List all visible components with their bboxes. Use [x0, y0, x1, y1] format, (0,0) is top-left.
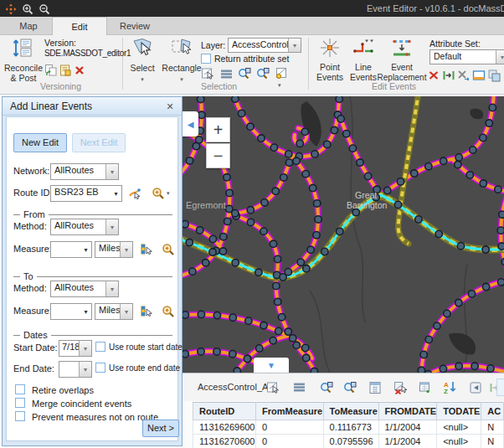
cell[interactable]: <null> — [437, 435, 481, 448]
route-zoom-caret-icon[interactable]: ▾ — [167, 190, 170, 197]
delete-event-icon[interactable] — [426, 68, 441, 83]
col-access[interactable]: AC — [481, 403, 504, 420]
attribute-set-combo[interactable]: Default ▾ — [429, 49, 504, 64]
start-date-combo[interactable]: 7/18/ ▾ — [59, 340, 92, 357]
pan-icon[interactable] — [4, 3, 17, 15]
cell[interactable]: 0 — [256, 435, 323, 448]
to-unit-caret-icon[interactable]: ▾ — [120, 304, 132, 319]
close-icon[interactable]: ✕ — [165, 101, 175, 111]
to-measure-pick-icon[interactable] — [139, 304, 154, 319]
to-measure-zoom-icon[interactable] — [161, 304, 176, 319]
route-id-combo[interactable]: BSR23 EB ▾ — [50, 185, 122, 202]
route-id-caret-icon[interactable]: ▾ — [111, 186, 121, 201]
route-zoom-icon[interactable] — [151, 186, 166, 201]
from-unit-caret-icon[interactable]: ▾ — [120, 242, 132, 257]
from-method-combo[interactable]: AllRoutes ▾ — [50, 219, 119, 235]
table-clear-selection-icon[interactable] — [392, 379, 408, 395]
map-zoom-in-button[interactable]: + — [206, 117, 230, 142]
pan-to-selected-icon[interactable] — [255, 66, 270, 81]
map-zoom-out-button[interactable]: − — [206, 143, 230, 168]
line-events-button[interactable]: Line Events — [347, 37, 380, 82]
new-version-icon[interactable] — [58, 63, 73, 78]
col-routeid[interactable]: RouteID — [193, 403, 256, 420]
cell[interactable]: N — [481, 435, 504, 448]
next-button[interactable]: Next > — [142, 420, 179, 437]
zoom-to-selected-icon[interactable] — [237, 66, 252, 81]
rectangle-button[interactable]: Rectangle ▾ — [161, 37, 203, 85]
from-measure-combo[interactable]: ▾ — [50, 241, 92, 258]
from-unit-combo[interactable]: Miles ▾ — [95, 241, 133, 258]
reconcile-icon[interactable] — [44, 63, 59, 78]
cell[interactable]: N — [481, 420, 504, 435]
from-measure-caret-icon[interactable]: ▾ — [80, 242, 91, 257]
col-tomeasure[interactable]: ToMeasure — [323, 403, 378, 420]
event-replacement-button[interactable]: Event Replacement — [377, 37, 427, 83]
table-identify-icon[interactable] — [467, 379, 483, 395]
table-select-features-icon[interactable] — [265, 379, 280, 395]
selection-list-icon[interactable] — [219, 66, 234, 81]
reconcile-post-button[interactable]: Reconcile & Post — [3, 37, 44, 83]
table-row[interactable]: 11316270600 0 0.0795596 1/1/2004 <null> … — [193, 435, 504, 448]
table-zoom-to-selection-icon[interactable] — [318, 379, 334, 395]
network-caret-icon[interactable]: ▾ — [105, 164, 118, 179]
start-date-caret-icon[interactable]: ▾ — [79, 341, 91, 356]
select-tool-options-icon[interactable] — [274, 66, 289, 81]
save-button[interactable]: S — [496, 378, 504, 396]
to-method-combo[interactable]: AllRoutes ▾ — [50, 281, 119, 297]
table-sort-icon[interactable]: AZ — [442, 379, 458, 395]
col-fromdate[interactable]: FROMDATE — [378, 403, 437, 420]
retire-overlaps-checkbox[interactable] — [15, 384, 25, 394]
layer-combo-caret-icon[interactable]: ▾ — [288, 39, 301, 52]
to-measure-combo[interactable]: ▾ — [50, 303, 92, 320]
col-todate[interactable]: TODATE — [437, 403, 481, 420]
point-events-button[interactable]: Point Events — [313, 37, 347, 82]
map-canvas[interactable]: Egremont Great Barrington ◀ + − ▼ — [183, 96, 504, 373]
table-add-record-icon[interactable] — [417, 379, 433, 395]
select-features-icon[interactable] — [200, 66, 215, 81]
zoom-in-icon[interactable] — [21, 3, 33, 15]
collapse-table-icon[interactable]: ▼ — [254, 358, 289, 373]
cell[interactable]: 0 — [256, 420, 323, 435]
cell[interactable]: 11316270600 — [193, 435, 256, 448]
layer-combo[interactable]: AccessControl_A ▾ — [228, 38, 301, 53]
cell[interactable]: 0.1116773 — [323, 420, 378, 435]
network-combo[interactable]: AllRoutes ▾ — [50, 163, 119, 180]
select-button[interactable]: Select ▾ — [126, 37, 159, 85]
end-date-combo[interactable]: ▾ — [59, 361, 92, 378]
trim-event-icon[interactable] — [456, 68, 471, 83]
cell[interactable]: 1/1/2004 — [378, 420, 437, 435]
to-measure-caret-icon[interactable]: ▾ — [80, 304, 91, 319]
select-tool-caret-icon[interactable]: ▾ — [278, 82, 281, 89]
cell[interactable]: 11316269600 — [193, 420, 256, 435]
merge-coincident-checkbox[interactable] — [15, 398, 25, 408]
cell[interactable]: 1/1/2004 — [378, 435, 437, 448]
copy-event-icon[interactable] — [486, 68, 501, 83]
new-edit-button[interactable]: New Edit — [13, 133, 67, 152]
tab-map[interactable]: Map — [7, 17, 50, 35]
to-method-caret-icon[interactable]: ▾ — [105, 281, 118, 296]
collapse-panel-icon[interactable]: ◀ — [183, 111, 198, 136]
to-unit-combo[interactable]: Miles ▾ — [95, 303, 133, 320]
end-date-caret-icon[interactable]: ▾ — [79, 362, 91, 377]
cell[interactable]: 0.0795596 — [323, 435, 378, 448]
split-event-icon[interactable] — [441, 68, 456, 83]
table-pan-to-selection-icon[interactable] — [342, 379, 357, 395]
table-row[interactable]: 11316269600 0 0.1116773 1/1/2004 <null> … — [193, 420, 504, 435]
return-attribute-set-checkbox[interactable] — [201, 54, 211, 64]
table-attribute-list-icon[interactable] — [291, 379, 307, 395]
table-field-calculator-icon[interactable] — [367, 379, 383, 395]
next-edit-button[interactable]: Next Edit — [72, 133, 126, 152]
route-select-icon[interactable] — [127, 186, 142, 201]
zoom-out-icon[interactable] — [38, 3, 50, 15]
delete-version-icon[interactable] — [72, 63, 87, 78]
from-method-caret-icon[interactable]: ▾ — [105, 219, 118, 234]
cell[interactable]: <null> — [437, 420, 481, 435]
use-route-end-date-checkbox[interactable] — [95, 363, 105, 373]
from-measure-pick-icon[interactable] — [139, 242, 154, 257]
col-frommeasure[interactable]: FromMeasure — [256, 403, 323, 420]
tab-review[interactable]: Review — [109, 17, 161, 35]
attribute-set-caret-icon[interactable]: ▾ — [496, 50, 504, 64]
use-route-start-date-checkbox[interactable] — [95, 342, 105, 352]
edit-attributes-icon[interactable] — [471, 68, 486, 83]
from-measure-zoom-icon[interactable] — [161, 242, 176, 257]
